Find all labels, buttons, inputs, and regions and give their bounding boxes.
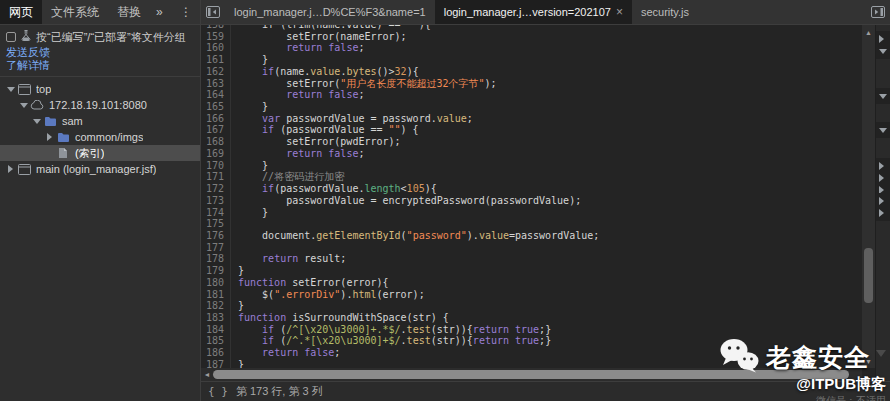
section-collapsed-icon[interactable]	[876, 205, 890, 221]
code-line[interactable]: 172 if(passwordValue.length<105){	[201, 183, 862, 195]
code-line[interactable]: 185 if (/^.*[\x20\u3000]+$/.test(str)){r…	[201, 335, 862, 347]
code-line[interactable]: 181 $(".errorDiv").html(error);	[201, 289, 862, 301]
section-expanded-icon[interactable]	[876, 122, 890, 138]
panel-tab[interactable]: 文件系统	[42, 0, 108, 24]
code-line[interactable]: 166 var passwordValue = password.value;	[201, 113, 862, 125]
code-line[interactable]: 169 return false;	[201, 148, 862, 160]
code-line[interactable]: 187}	[201, 359, 862, 368]
code-line[interactable]: 178 return result;	[201, 253, 862, 265]
line-number[interactable]: 179	[201, 265, 231, 277]
line-number[interactable]: 180	[201, 277, 231, 289]
send-feedback-link[interactable]: 发送反馈	[0, 46, 200, 59]
code-line[interactable]: 173 passwordValue = encryptedPassword(pa…	[201, 195, 862, 207]
code-line[interactable]: 161 }	[201, 54, 862, 66]
line-number[interactable]: 166	[201, 113, 231, 125]
tree-item-top[interactable]: top	[0, 81, 200, 97]
line-number[interactable]: 164	[201, 89, 231, 101]
code-line[interactable]: 171 //将密码进行加密	[201, 171, 862, 183]
more-options-icon[interactable]: ⋮	[172, 0, 200, 24]
line-number[interactable]: 163	[201, 78, 231, 90]
code-line[interactable]: 180function setError(error){	[201, 277, 862, 289]
line-number[interactable]: 173	[201, 195, 231, 207]
line-number[interactable]: 172	[201, 183, 231, 195]
cloud-icon	[30, 99, 44, 111]
code-line[interactable]: 170 }	[201, 160, 862, 172]
line-number[interactable]: 165	[201, 101, 231, 113]
section-expanded-icon[interactable]	[876, 43, 890, 59]
line-number[interactable]: 171	[201, 171, 231, 183]
scroll-down-icon[interactable]: ▼	[862, 355, 875, 367]
tree-item-main-login-manager-jsf-[interactable]: main (login_manager.jsf)	[0, 161, 200, 177]
line-number[interactable]: 186	[201, 347, 231, 359]
code-line[interactable]: 176 document.getElementById("password").…	[201, 230, 862, 242]
code-line[interactable]: 175	[201, 218, 862, 230]
line-number[interactable]: 185	[201, 335, 231, 347]
line-number[interactable]: 160	[201, 42, 231, 54]
code-line[interactable]: 164 return false;	[201, 89, 862, 101]
line-number[interactable]: 184	[201, 324, 231, 336]
tree-item-sam[interactable]: sam	[0, 113, 200, 129]
code-line[interactable]: 183function isSurroundWithSpace(str) {	[201, 312, 862, 324]
horizontal-scrollbar-thumb[interactable]	[213, 370, 849, 379]
tree-item-common-imgs[interactable]: common/imgs	[0, 129, 200, 145]
code-line[interactable]: 182}	[201, 300, 862, 312]
scroll-up-icon[interactable]: ▲	[862, 26, 875, 38]
line-number[interactable]: 168	[201, 136, 231, 148]
section-expanded-icon[interactable]	[876, 88, 890, 104]
line-number[interactable]: 183	[201, 312, 231, 324]
open-file-panel-icon[interactable]	[866, 0, 890, 24]
panel-tab[interactable]: »	[150, 0, 169, 24]
code-text: return result;	[231, 253, 346, 265]
code-line[interactable]: 184 if (/^[\x20\u3000]+.*$/.test(str)){r…	[201, 324, 862, 336]
line-number[interactable]: 187	[201, 359, 231, 368]
close-tab-icon[interactable]: ×	[616, 6, 623, 18]
panel-tab[interactable]: 网页	[0, 0, 42, 24]
file-tab[interactable]: security.js	[632, 0, 698, 24]
file-tab-label: login_manager.j…version=202107	[444, 6, 611, 18]
code-line[interactable]: 165 }	[201, 101, 862, 113]
learn-more-link[interactable]: 了解详情	[0, 59, 200, 72]
line-number[interactable]: 175	[201, 218, 231, 230]
code-line[interactable]: 159 setError(nameError);	[201, 31, 862, 43]
debugger-sidebar-sliver[interactable]	[875, 25, 890, 381]
code-line[interactable]: 160 return false;	[201, 42, 862, 54]
line-number[interactable]: 176	[201, 230, 231, 242]
tree-expand-icon[interactable]	[32, 117, 41, 126]
code-line[interactable]: 168 setError(pwdError);	[201, 136, 862, 148]
tree-expand-icon[interactable]	[6, 165, 15, 174]
vertical-scrollbar[interactable]: ▲ ▼	[862, 25, 875, 368]
line-number[interactable]: 174	[201, 207, 231, 219]
code-line[interactable]: 177	[201, 242, 862, 254]
code-editor[interactable]: 158 if (trim(name.value) == ""){159 setE…	[201, 25, 862, 368]
line-number[interactable]: 167	[201, 124, 231, 136]
code-line[interactable]: 174 }	[201, 207, 862, 219]
pretty-print-icon[interactable]: { }	[201, 385, 236, 398]
code-line[interactable]: 167 if (passwordValue == "") {	[201, 124, 862, 136]
file-tab[interactable]: login_manager.j…D%CE%F3&name=1	[225, 0, 435, 24]
vertical-scrollbar-thumb[interactable]	[864, 248, 873, 303]
line-number[interactable]: 178	[201, 253, 231, 265]
line-number[interactable]: 169	[201, 148, 231, 160]
tree-expand-icon[interactable]	[45, 133, 54, 142]
tree-expand-icon[interactable]	[6, 85, 15, 94]
tree-item-172-18-19-101-8080[interactable]: 172.18.19.101:8080	[0, 97, 200, 113]
line-number[interactable]: 162	[201, 66, 231, 78]
line-number[interactable]: 161	[201, 54, 231, 66]
line-number[interactable]: 181	[201, 289, 231, 301]
panel-tab[interactable]: 替换	[108, 0, 150, 24]
navigator-toggle-icon[interactable]	[201, 0, 225, 24]
tree-item--[interactable]: (索引)	[0, 145, 200, 161]
code-line[interactable]: 163 setError("用户名长度不能超过32个字节");	[201, 78, 862, 90]
line-number[interactable]: 159	[201, 31, 231, 43]
code-line[interactable]: 179}	[201, 265, 862, 277]
code-line[interactable]: 162 if(name.value.bytes()>32){	[201, 66, 862, 78]
group-files-checkbox[interactable]	[6, 32, 16, 42]
horizontal-scrollbar[interactable]: ◄	[201, 368, 862, 381]
line-number[interactable]: 177	[201, 242, 231, 254]
scroll-left-icon[interactable]: ◄	[201, 371, 213, 378]
code-line[interactable]: 186 return false;	[201, 347, 862, 359]
file-tab[interactable]: login_manager.j…version=202107×	[435, 0, 632, 24]
line-number[interactable]: 170	[201, 160, 231, 172]
tree-expand-icon[interactable]	[19, 101, 28, 110]
line-number[interactable]: 182	[201, 300, 231, 312]
